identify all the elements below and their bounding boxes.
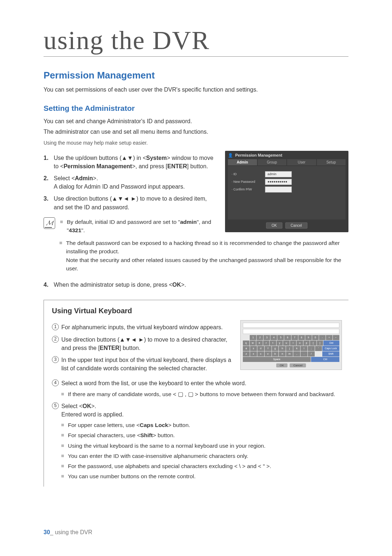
virtual-keyboard-mock: 1 2 3 4 5 6 7 8 9 0 - = ←	[240, 320, 342, 370]
vk-key[interactable]: w	[250, 341, 256, 346]
tab-setup[interactable]: Setup	[317, 159, 346, 165]
vk-key[interactable]: 6	[284, 335, 291, 340]
step-3: Use direction buttons (▲▼◄ ►) to move to…	[54, 194, 216, 211]
vk-note-id-chars: You can enter the ID with case-insensiti…	[61, 452, 342, 460]
page-footer: 30_ using the DVR	[44, 529, 92, 536]
vk-key[interactable]: y	[277, 341, 283, 346]
vk-key[interactable]: r	[263, 341, 270, 346]
vk-key[interactable]: k	[293, 346, 300, 351]
vk-key[interactable]: 1	[250, 335, 256, 340]
vk-note-caps: For upper case letters, use <Caps Lock> …	[61, 421, 342, 429]
id-field[interactable]: admin	[265, 171, 292, 177]
vk-key[interactable]: e	[256, 341, 263, 346]
note-default-credentials: By default, initial ID and password are …	[60, 218, 216, 235]
confirmpw-label: · Confirm P/W	[232, 188, 261, 191]
vk-key[interactable]: ]	[317, 341, 323, 346]
steps-list-cont: When the administrator setup is done, pr…	[44, 281, 348, 289]
vk-key[interactable]: =	[326, 335, 332, 340]
vk-note-remote: You can use number buttons on the remote…	[61, 472, 342, 480]
note-list-2: The default password can be exposed to a…	[60, 239, 348, 273]
vk-key-backspace[interactable]: ←	[333, 335, 339, 340]
user-icon: 👤	[228, 153, 233, 158]
vk-key[interactable]: 5	[277, 335, 284, 340]
subsection-intro-1: You can set and change Administrator's I…	[44, 117, 348, 125]
vk-key[interactable]: j	[286, 346, 293, 351]
confirmpw-field[interactable]	[265, 186, 292, 193]
vk-key[interactable]: .	[301, 351, 307, 356]
vk-candidate-line[interactable]	[243, 323, 339, 328]
vk-key[interactable]: [	[310, 341, 317, 346]
vk-steps-cont: Select a word from the list, or use the …	[52, 379, 342, 480]
vk-step-5: Select <OK>. Entered word is applied. Fo…	[61, 402, 342, 481]
ok-button[interactable]: OK	[266, 222, 282, 229]
tab-group[interactable]: Group	[258, 159, 287, 165]
vk-key[interactable]: x	[250, 351, 257, 356]
vk-note-region: Using the virtual keyboard is the same t…	[61, 442, 342, 450]
vk-key[interactable]: n	[279, 351, 286, 356]
vk-key[interactable]: /	[308, 351, 315, 356]
vk-row-3: a s d f g h j k l ; ' Caps Lock	[243, 346, 339, 351]
vk-key-del[interactable]: Del	[323, 341, 339, 346]
vk-key[interactable]: '	[315, 346, 322, 351]
vk-key[interactable]: p	[303, 341, 310, 346]
section-heading: Permission Management	[44, 70, 348, 81]
vk-key[interactable]: i	[290, 341, 297, 346]
vk-key[interactable]: 3	[264, 335, 270, 340]
vk-step-4: Select a word from the list, or use the …	[61, 379, 342, 398]
vk-key[interactable]: b	[272, 351, 279, 356]
vk-row-2: q w e r t y u i o p [ ] Del	[243, 341, 339, 346]
vk-key[interactable]: q	[243, 341, 249, 346]
vk-key[interactable]: 7	[291, 335, 298, 340]
step-1: Use the up/down buttons (▲▼) in <System>…	[54, 154, 216, 170]
vk-note-pw-chars: For the password, use alphabets and spec…	[61, 462, 342, 470]
note-password-warning: The default password can be exposed to a…	[60, 239, 348, 273]
vk-row-4: z x c v b n m , . / Shift	[243, 351, 339, 356]
vk-key[interactable]: z	[243, 351, 250, 356]
vk-key[interactable]: g	[272, 346, 279, 351]
vk-steps: For alphanumeric inputs, the virtual key…	[52, 323, 232, 372]
subsection-heading: Setting the Administrator	[44, 104, 348, 113]
vk-input-line[interactable]	[243, 329, 339, 334]
vk-key[interactable]: u	[283, 341, 290, 346]
vk-row-numbers: 1 2 3 4 5 6 7 8 9 0 - = ←	[243, 335, 339, 340]
vk-key-capslock[interactable]: Caps Lock	[322, 346, 339, 351]
vk-key[interactable]: m	[286, 351, 293, 356]
cancel-button[interactable]: Cancel	[285, 222, 307, 229]
vk-key[interactable]: 8	[298, 335, 305, 340]
vk-key[interactable]: 9	[305, 335, 312, 340]
vk-key[interactable]: -	[319, 335, 326, 340]
permission-dialog: 👤 Permission Management Admin Group User…	[225, 151, 348, 232]
vk-key[interactable]: 2	[257, 335, 263, 340]
vk-key[interactable]: f	[265, 346, 271, 351]
vk-ok-button[interactable]: OK	[276, 363, 288, 367]
vk-key[interactable]: l	[301, 346, 307, 351]
vk-heading: Using Virtual Keyboard	[52, 307, 342, 315]
vk-key-shift[interactable]: Shift	[322, 351, 339, 356]
chapter-title: using the DVR	[44, 25, 348, 57]
vk-key[interactable]: h	[279, 346, 286, 351]
dialog-title: Permission Management	[235, 153, 282, 157]
vk-key[interactable]: d	[257, 346, 264, 351]
tab-user[interactable]: User	[287, 159, 316, 165]
vk-key[interactable]: s	[250, 346, 257, 351]
vk-key-space[interactable]: Space	[243, 357, 311, 362]
vk-cancel-button[interactable]: Cancel	[290, 363, 306, 367]
vk-key[interactable]: a	[243, 346, 250, 351]
vk-key[interactable]: 4	[270, 335, 277, 340]
vk-key[interactable]: o	[297, 341, 303, 346]
section-intro: You can set permissions of each user ove…	[44, 85, 348, 94]
tab-admin[interactable]: Admin	[228, 159, 257, 165]
vk-key[interactable]: 0	[312, 335, 319, 340]
steps-list: Use the up/down buttons (▲▼) in <System>…	[44, 154, 216, 211]
newpw-label: · New Password	[232, 180, 261, 184]
vk-key[interactable]: ,	[293, 351, 300, 356]
vk-candidate-nav-note: If there are many of candidate words, us…	[61, 390, 342, 398]
newpw-field[interactable]: ●●●●●●●●●●	[265, 179, 292, 185]
vk-key[interactable]: ;	[308, 346, 315, 351]
vk-row-5: Space Ctrl	[243, 357, 339, 362]
vk-key[interactable]: c	[257, 351, 264, 356]
note-icon: 𝓜	[44, 217, 55, 229]
vk-key-ctrl[interactable]: Ctrl	[311, 357, 339, 362]
vk-key[interactable]: v	[265, 351, 271, 356]
vk-key[interactable]: t	[270, 341, 276, 346]
